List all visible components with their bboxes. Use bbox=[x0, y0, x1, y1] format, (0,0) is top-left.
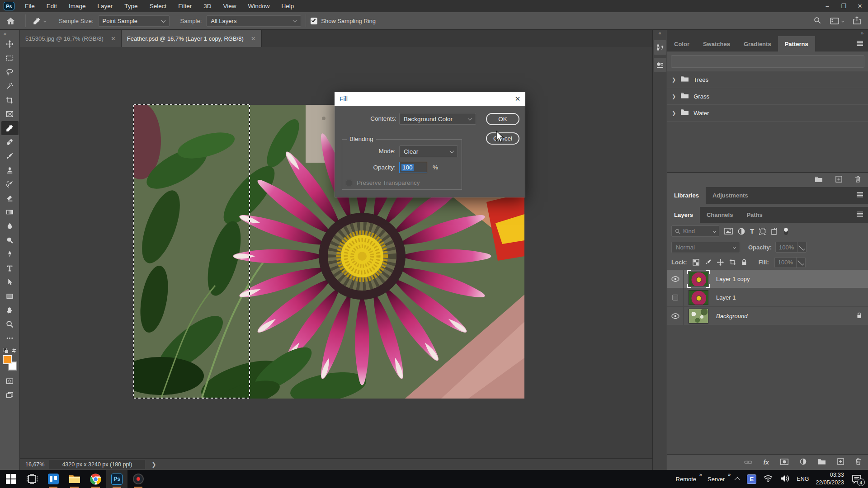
wifi-icon[interactable] bbox=[763, 474, 773, 483]
swap-colors-icon[interactable] bbox=[3, 348, 17, 353]
restore-button[interactable]: ❐ bbox=[835, 0, 852, 12]
sample-size-dropdown[interactable]: Point Sample bbox=[98, 15, 170, 27]
new-group-icon[interactable] bbox=[818, 459, 826, 466]
menu-view[interactable]: View bbox=[217, 0, 242, 12]
workspace-switcher-icon[interactable] bbox=[830, 18, 844, 24]
tab-libraries[interactable]: Libraries bbox=[667, 187, 706, 204]
close-tab-icon[interactable]: ✕ bbox=[251, 35, 256, 42]
eyedropper-tool[interactable] bbox=[1, 121, 19, 135]
add-mask-icon[interactable] bbox=[780, 459, 788, 466]
chevron-right-icon[interactable]: ❯ bbox=[672, 110, 676, 116]
tab-layers[interactable]: Layers bbox=[667, 207, 700, 223]
menu-image[interactable]: Image bbox=[63, 0, 92, 12]
start-button[interactable] bbox=[0, 470, 21, 488]
menu-window[interactable]: Window bbox=[242, 0, 275, 12]
properties-panel-icon[interactable] bbox=[654, 58, 666, 72]
lock-transparent-pixels-icon[interactable] bbox=[693, 259, 699, 266]
search-icon[interactable] bbox=[814, 17, 821, 25]
blur-tool[interactable] bbox=[1, 219, 19, 233]
tab-channels[interactable]: Channels bbox=[700, 207, 740, 223]
filter-type-layers-icon[interactable]: T bbox=[750, 227, 754, 235]
dock-collapse-icon[interactable]: « bbox=[658, 30, 661, 37]
layer-name[interactable]: Layer 1 bbox=[716, 294, 736, 301]
layer-row-background[interactable]: Background bbox=[667, 307, 868, 325]
clock[interactable]: 03:33 22/05/2023 bbox=[816, 471, 844, 487]
layer-thumbnail[interactable] bbox=[689, 309, 708, 324]
recorder-taskbar-icon[interactable] bbox=[127, 470, 149, 488]
delete-layer-icon[interactable] bbox=[855, 458, 861, 466]
chrome-taskbar-icon[interactable] bbox=[85, 470, 106, 488]
menu-help[interactable]: Help bbox=[275, 0, 300, 12]
filter-smart-objects-icon[interactable] bbox=[771, 228, 778, 235]
magic-wand-tool[interactable] bbox=[1, 79, 19, 93]
filter-pixel-layers-icon[interactable] bbox=[724, 228, 733, 235]
visibility-toggle[interactable] bbox=[667, 307, 684, 325]
menu-3d[interactable]: 3D bbox=[198, 0, 217, 12]
lock-artboard-icon[interactable] bbox=[729, 259, 736, 266]
lock-all-icon[interactable] bbox=[741, 259, 747, 266]
new-pattern-icon[interactable] bbox=[835, 176, 842, 184]
filter-toggle[interactable] bbox=[783, 227, 789, 236]
layer-name[interactable]: Layer 1 copy bbox=[716, 276, 750, 282]
contents-dropdown[interactable]: Background Color bbox=[399, 113, 476, 125]
filter-shape-layers-icon[interactable] bbox=[759, 228, 766, 235]
layer-name[interactable]: Background bbox=[716, 313, 747, 319]
layer-row-layer1[interactable]: Layer 1 bbox=[667, 288, 868, 307]
hidden-icons-chevron[interactable] bbox=[735, 477, 741, 483]
server-taskbar-button[interactable]: Server » bbox=[708, 476, 729, 483]
trello-taskbar-icon[interactable] bbox=[42, 470, 64, 488]
frame-tool[interactable] bbox=[1, 107, 19, 121]
new-adjustment-layer-icon[interactable] bbox=[800, 458, 807, 466]
history-panel-icon[interactable] bbox=[654, 40, 666, 55]
share-icon[interactable] bbox=[853, 16, 861, 26]
blend-mode-dropdown[interactable]: Normal bbox=[671, 242, 740, 253]
pattern-search-field[interactable] bbox=[671, 55, 864, 68]
menu-edit[interactable]: Edit bbox=[41, 0, 63, 12]
status-chevron-icon[interactable]: ❯ bbox=[151, 461, 156, 468]
document-tab-feather[interactable]: Feather.psd @ 16,7% (Layer 1 copy, RGB/8… bbox=[122, 30, 262, 47]
eraser-tool[interactable] bbox=[1, 191, 19, 205]
layer-row-layer1-copy[interactable]: Layer 1 copy bbox=[667, 270, 868, 288]
tab-patterns[interactable]: Patterns bbox=[778, 36, 815, 52]
gradient-tool[interactable] bbox=[1, 205, 19, 219]
close-tab-icon[interactable]: ✕ bbox=[111, 35, 116, 42]
tray-app-icon[interactable]: E bbox=[747, 474, 756, 484]
hand-tool[interactable] bbox=[1, 303, 19, 317]
menu-select[interactable]: Select bbox=[144, 0, 173, 12]
screen-mode-icon[interactable] bbox=[1, 388, 19, 402]
eyedropper-preset-icon[interactable] bbox=[30, 17, 49, 25]
dialog-close-icon[interactable]: ✕ bbox=[510, 95, 525, 103]
panel-expand-icon[interactable]: » bbox=[861, 30, 863, 36]
new-group-icon[interactable] bbox=[815, 176, 823, 184]
minimize-button[interactable]: – bbox=[819, 0, 835, 12]
foreground-color-swatch[interactable] bbox=[3, 355, 12, 364]
panel-menu-icon[interactable] bbox=[856, 41, 863, 47]
volume-icon[interactable] bbox=[780, 474, 790, 484]
visibility-toggle[interactable] bbox=[667, 288, 684, 306]
opacity-input[interactable]: 100 bbox=[399, 162, 427, 173]
close-button[interactable]: ✕ bbox=[852, 0, 868, 12]
path-selection-tool[interactable] bbox=[1, 275, 19, 289]
move-tool[interactable] bbox=[1, 37, 19, 51]
pen-tool[interactable] bbox=[1, 247, 19, 261]
menu-filter[interactable]: Filter bbox=[172, 0, 198, 12]
chevron-right-icon[interactable]: ❯ bbox=[672, 77, 676, 83]
chevron-right-icon[interactable]: ❯ bbox=[672, 94, 676, 99]
filter-adjustment-layers-icon[interactable] bbox=[738, 228, 745, 235]
menu-type[interactable]: Type bbox=[118, 0, 143, 12]
pattern-folder-grass[interactable]: ❯ Grass bbox=[667, 88, 868, 105]
history-brush-tool[interactable] bbox=[1, 177, 19, 191]
crop-tool[interactable] bbox=[1, 93, 19, 107]
lock-position-icon[interactable] bbox=[717, 259, 724, 266]
task-view-button[interactable] bbox=[21, 470, 42, 488]
type-tool[interactable] bbox=[1, 261, 19, 275]
visibility-toggle[interactable] bbox=[667, 270, 684, 288]
panel-menu-icon[interactable] bbox=[856, 211, 863, 218]
dialog-title-bar[interactable]: Fill ✕ bbox=[335, 92, 525, 106]
delete-icon[interactable] bbox=[855, 176, 861, 184]
language-indicator[interactable]: ENG bbox=[797, 476, 809, 482]
show-sampling-ring-checkbox[interactable]: Show Sampling Ring bbox=[311, 18, 376, 24]
lock-image-pixels-icon[interactable] bbox=[705, 259, 712, 266]
rectangle-tool[interactable] bbox=[1, 289, 19, 303]
opacity-dropdown[interactable]: 100% bbox=[775, 242, 807, 253]
